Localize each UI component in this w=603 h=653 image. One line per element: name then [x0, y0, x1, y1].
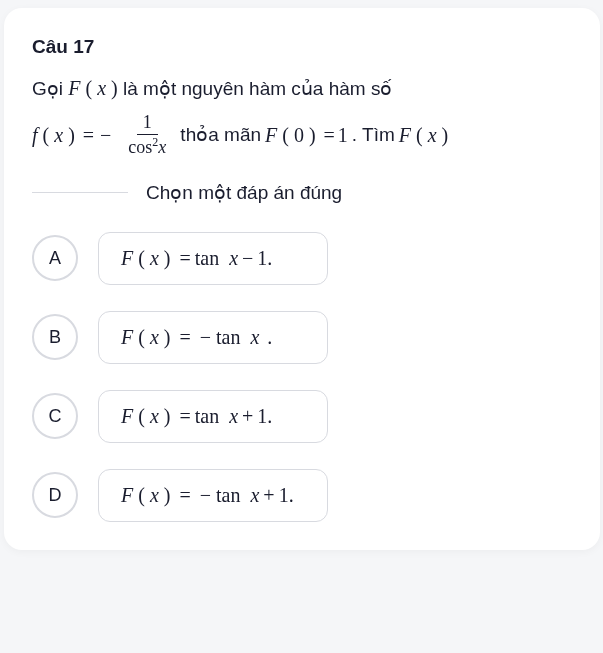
options-list: A F ( x ) =tan x−1. B F ( x ) = − tan x.… [32, 232, 578, 522]
question-card: Câu 17 Gọi F ( x ) là một nguyên hàm của… [4, 8, 600, 550]
option-row-d: D F ( x ) = − tan x+1. [32, 469, 578, 522]
question-number: Câu 17 [32, 36, 578, 58]
divider-line [32, 192, 128, 193]
question-line1: Gọi F ( x ) là một nguyên hàm của hàm số [32, 72, 578, 104]
option-content-b[interactable]: F ( x ) = − tan x. [98, 311, 328, 364]
option-content-c[interactable]: F ( x ) =tan x+1. [98, 390, 328, 443]
math-F-of-x-2: F ( x ) [399, 120, 448, 150]
option-radio-a[interactable]: A [32, 235, 78, 281]
math-F-of-x: F ( x ) [68, 77, 117, 99]
option-content-a[interactable]: F ( x ) =tan x−1. [98, 232, 328, 285]
option-radio-d[interactable]: D [32, 472, 78, 518]
question-line2: f ( x ) =− 1 cos2x thỏa mãn F ( 0 ) =1. … [32, 112, 578, 158]
text-find: . Tìm [352, 121, 395, 150]
instruction-divider: Chọn một đáp án đúng [32, 181, 578, 204]
option-row-b: B F ( x ) = − tan x. [32, 311, 578, 364]
math-F0-eq-1: F ( 0 ) =1 [265, 120, 348, 150]
fraction-numerator: 1 [137, 112, 158, 135]
text-satisfy: thỏa mãn [180, 121, 261, 150]
instruction-text: Chọn một đáp án đúng [146, 181, 342, 204]
fraction-denominator: cos2x [122, 135, 172, 159]
option-row-a: A F ( x ) =tan x−1. [32, 232, 578, 285]
option-content-d[interactable]: F ( x ) = − tan x+1. [98, 469, 328, 522]
option-radio-b[interactable]: B [32, 314, 78, 360]
option-radio-c[interactable]: C [32, 393, 78, 439]
option-row-c: C F ( x ) =tan x+1. [32, 390, 578, 443]
text-goi: Gọi [32, 78, 68, 99]
fraction: 1 cos2x [122, 112, 172, 158]
math-f-of-x: f ( x ) =− [32, 120, 114, 150]
text-suffix1: là một nguyên hàm của hàm số [118, 78, 393, 99]
